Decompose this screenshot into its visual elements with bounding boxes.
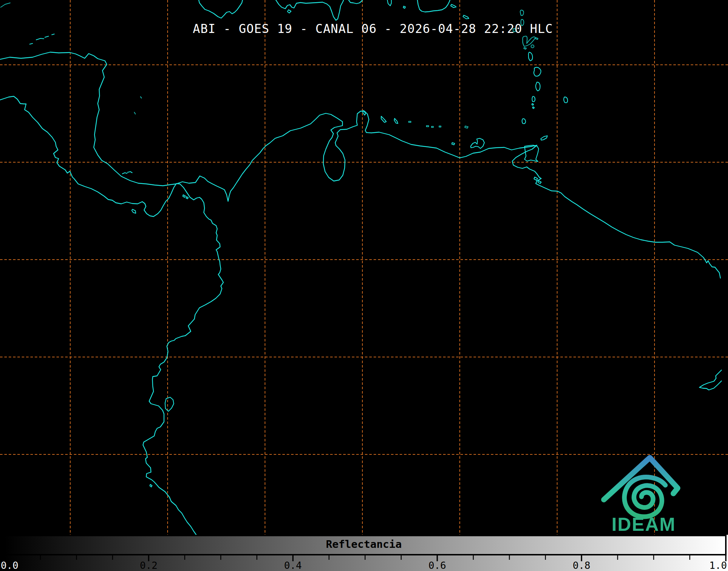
colorbar-tick-label: 0.0 (1, 560, 18, 571)
logo-wordmark: IDEAM (611, 514, 676, 535)
colorbar-tick-label: 0.2 (140, 560, 157, 571)
satellite-image-viewport: ABI - GOES 19 - CANAL 06 - 2026-04-28 22… (0, 0, 728, 571)
goes-satellite-map: ABI - GOES 19 - CANAL 06 - 2026-04-28 22… (0, 0, 728, 571)
colorbar-tick-label: 0.4 (284, 560, 302, 571)
colorbar-tick-label: 1.0 (709, 560, 727, 571)
colorbar-tick-label: 0.8 (573, 560, 590, 571)
image-title: ABI - GOES 19 - CANAL 06 - 2026-04-28 22… (193, 22, 553, 36)
colorbar: 0.00.20.40.60.81.0 Reflectancia (0, 535, 728, 571)
colorbar-tick-label: 0.6 (428, 560, 446, 571)
colorbar-title: Reflectancia (326, 538, 402, 550)
